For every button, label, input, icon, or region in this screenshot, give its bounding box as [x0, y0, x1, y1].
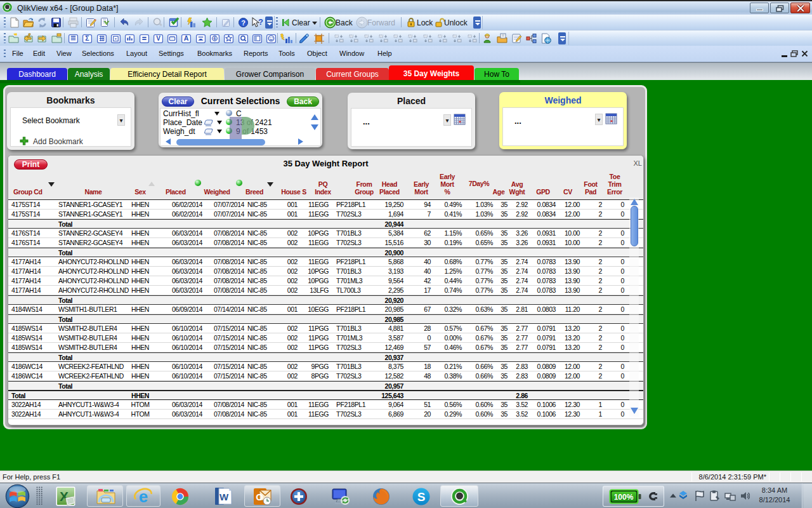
svg-text:O: O — [256, 491, 263, 502]
svg-text:S: S — [417, 490, 426, 504]
svg-text:A: A — [184, 34, 189, 42]
svg-text:V: V — [156, 35, 160, 42]
svg-text:W: W — [219, 491, 229, 502]
svg-text:?: ? — [258, 17, 263, 27]
svg-text:100%: 100% — [614, 493, 634, 502]
svg-text:?: ? — [241, 19, 246, 27]
svg-text:Σ: Σ — [85, 34, 89, 42]
svg-text:6: 6 — [213, 36, 216, 41]
